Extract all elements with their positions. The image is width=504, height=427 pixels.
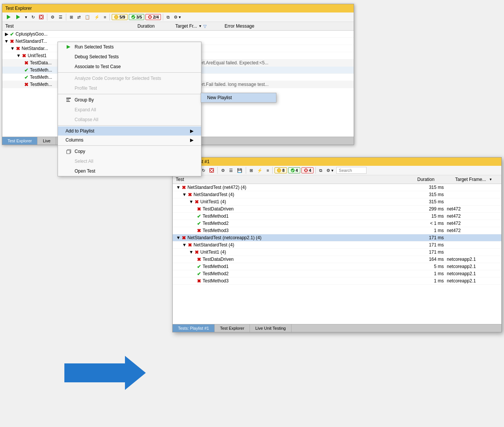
- menu-columns[interactable]: Columns ▶: [58, 136, 201, 145]
- playlist-tree-row[interactable]: ▼ ✖ NetStandardTest (4) 171 ms: [173, 242, 501, 249]
- playlist-tree-row[interactable]: ▼ ✖ NetStandardTest (netcoreapp2.1) (4) …: [173, 234, 501, 242]
- target-cell: net472: [447, 206, 500, 212]
- menu-associate[interactable]: Associate to Test Case: [58, 62, 201, 72]
- tab-test-explorer-bottom[interactable]: Test Explorer: [215, 324, 250, 332]
- test-name: NetStandardTest (4): [193, 192, 234, 197]
- pl-group-btn[interactable]: ☰: [228, 167, 234, 174]
- refresh-button[interactable]: ↻: [30, 14, 36, 20]
- expand-arrow[interactable]: ▼: [182, 242, 187, 248]
- pl-lightning-btn[interactable]: ⚡: [256, 167, 264, 174]
- target-cell: netcoreapp2.1: [447, 264, 500, 269]
- playlist-tree-row[interactable]: ✔ TestMethod1 15 ms net472: [173, 213, 501, 220]
- playlist-tree-row[interactable]: ✔ TestMethod1 5 ms netcoreapp2.1: [173, 263, 501, 270]
- expand-arrow[interactable]: ▼: [189, 249, 194, 255]
- dropdown-run[interactable]: ▾: [23, 14, 29, 20]
- new-playlist-item[interactable]: New Playlist: [201, 93, 276, 102]
- playlist-button[interactable]: 📋: [83, 14, 92, 20]
- expand-arrow[interactable]: ▼: [176, 185, 181, 190]
- playlist-tree-row[interactable]: ✔ TestMethod2 < 1 ms net472: [173, 220, 501, 227]
- test-name: UnitTest1 (4): [200, 249, 226, 255]
- expand-arrow[interactable]: ▶: [4, 31, 9, 37]
- copy-toolbar-button[interactable]: ⧉: [165, 14, 171, 20]
- playlist-tree-row[interactable]: ▼ ✖ NetStandardTest (net472) (4) 315 ms: [173, 184, 501, 191]
- playlist-tree-row[interactable]: ▼ ✖ UnitTest1 (4) 315 ms: [173, 198, 501, 206]
- pl-copy-btn[interactable]: ⧉: [318, 167, 324, 174]
- tab-live-unit[interactable]: Live: [37, 137, 56, 145]
- pl-sort-icon[interactable]: ▼: [489, 178, 492, 181]
- cancel-button[interactable]: [37, 14, 45, 20]
- menu-add-to-playlist[interactable]: Add to Playlist ▶: [58, 126, 201, 136]
- expand-arrow[interactable]: ▼: [16, 53, 21, 58]
- test-explorer-titlebar: Test Explorer: [2, 4, 354, 12]
- group-button[interactable]: ☰: [57, 14, 64, 20]
- menu-debug-selected[interactable]: Debug Selected Tests: [58, 52, 201, 62]
- filter-button[interactable]: ⊞: [68, 14, 75, 20]
- filter-icon[interactable]: ▽: [203, 24, 206, 29]
- submenu-arrow: ▶: [190, 137, 193, 143]
- fail-icon: ✖: [196, 278, 201, 284]
- playlist-tree-row[interactable]: ✔ TestMethod2 1 ms netcoreapp2.1: [173, 270, 501, 277]
- run-all-button[interactable]: [5, 14, 13, 20]
- test-name: TestMethod3: [203, 228, 229, 233]
- menu-group-by[interactable]: Group By: [58, 95, 201, 105]
- expand-arrow[interactable]: ▼: [4, 39, 9, 44]
- search-input[interactable]: [336, 167, 367, 174]
- menu-open-test[interactable]: Open Test: [58, 166, 201, 176]
- menu-item-label: Select All: [75, 159, 93, 164]
- pl-col-duration-header: Duration: [414, 175, 452, 184]
- tab-live-testing[interactable]: Live Unit Testing: [250, 324, 292, 332]
- menu-item-label: Debug Selected Tests: [75, 54, 119, 59]
- tab-playlist[interactable]: Tests: Playlist #1: [173, 324, 215, 332]
- svg-point-22: [277, 168, 281, 172]
- menu-copy[interactable]: Copy: [58, 146, 201, 156]
- duration-cell: 1 ms: [405, 228, 447, 233]
- settings-button[interactable]: ⚙: [49, 14, 56, 20]
- settings2-button[interactable]: ⚙ ▾: [172, 14, 183, 20]
- expand-arrow[interactable]: ▼: [10, 46, 15, 51]
- pl-filter-btn[interactable]: ⊞: [248, 167, 254, 174]
- test-explorer-toolbar: ▾ ↻ ⚙ ☰ ⊞ ⇄ 📋 ⚡ ≡ 5/9 3/5 2/4 ⧉ ⚙ ▾: [2, 12, 354, 22]
- menu-profile: Profile Test: [58, 83, 201, 93]
- lightning-button[interactable]: ⚡: [93, 14, 101, 20]
- test-name: TestMethod3: [203, 278, 229, 284]
- pl-settings-btn[interactable]: ⚙: [220, 167, 226, 174]
- expand-arrow[interactable]: ▼: [176, 235, 181, 240]
- menu-item-label: Collapse All: [75, 117, 98, 122]
- sort-icon[interactable]: ▼: [198, 24, 202, 28]
- svg-rect-12: [66, 100, 69, 100]
- svg-marker-10: [67, 45, 70, 49]
- list-button[interactable]: ≡: [102, 14, 108, 20]
- copy-icon: [66, 148, 72, 154]
- column-headers: Test Duration Target Fr... ▼ ▽ Error Mes…: [2, 22, 354, 31]
- duration-cell: 315 ms: [405, 192, 447, 197]
- fail-icon: ✖: [21, 53, 27, 58]
- tab-test-explorer[interactable]: Test Explorer: [2, 137, 37, 145]
- pl-save-btn[interactable]: 💾: [236, 167, 244, 174]
- pl-list-btn[interactable]: ≡: [265, 167, 270, 173]
- expand-arrow[interactable]: ▼: [182, 192, 187, 197]
- test-name: TestMethod2: [203, 271, 229, 276]
- test-name: TestDataDriven: [203, 257, 234, 262]
- pass-icon: ✔: [9, 31, 14, 37]
- pl-config-btn[interactable]: ⚙ ▾: [325, 167, 335, 174]
- playlist-tree-row[interactable]: ✖ TestDataDriven 299 ms net472: [173, 206, 501, 213]
- playlist-tree-row[interactable]: ✖ TestMethod3 1 ms net472: [173, 227, 501, 234]
- pl-cancel[interactable]: [208, 167, 215, 173]
- playlist-tree-row[interactable]: ▼ ✖ UnitTest1 (4) 171 ms: [173, 249, 501, 256]
- playlist-tree-row[interactable]: ✖ TestMethod3 1 ms netcoreapp2.1: [173, 277, 501, 285]
- svg-marker-16: [64, 356, 146, 390]
- duration-cell: 171 ms: [405, 242, 447, 248]
- duration-cell: 171 ms: [405, 235, 447, 240]
- playlist-tree-row[interactable]: ✖ TestDataDriven 164 ms netcoreapp2.1: [173, 256, 501, 263]
- playlist-tree: ▼ ✖ NetStandardTest (net472) (4) 315 ms …: [173, 184, 501, 324]
- menu-collapse-all: Collapse All: [58, 115, 201, 125]
- menu-run-selected[interactable]: Run Selected Tests: [58, 42, 201, 52]
- playlist-tree-row[interactable]: ▼ ✖ NetStandardTest (4) 315 ms: [173, 191, 501, 198]
- tree-row[interactable]: ▶ ✔ CplusplysGoo...: [2, 31, 354, 38]
- fail-icon: ✖: [187, 242, 192, 248]
- test-name: TestDataDriven: [203, 206, 234, 212]
- expand-arrow[interactable]: ▼: [189, 199, 194, 204]
- duration-cell: 15 ms: [405, 214, 447, 219]
- run-button[interactable]: [14, 14, 22, 20]
- arrows-button[interactable]: ⇄: [76, 14, 82, 20]
